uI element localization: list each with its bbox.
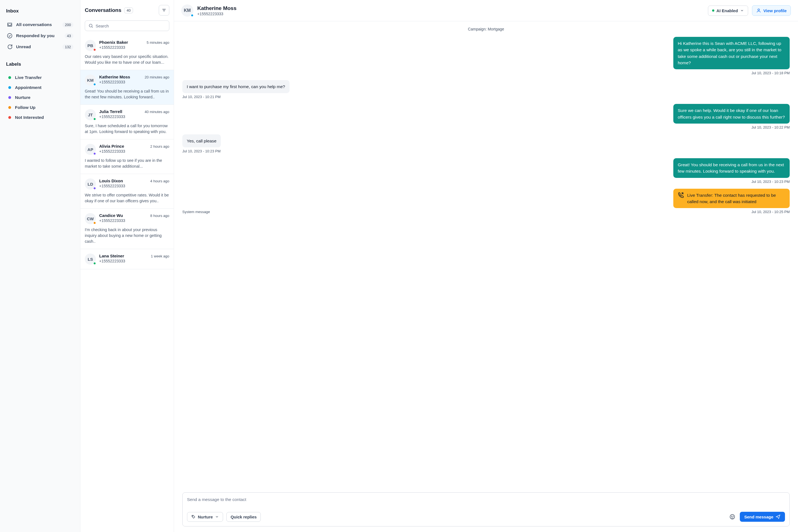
svg-line-5 (92, 26, 93, 28)
label-item[interactable]: Appointment (5, 82, 75, 93)
send-button[interactable]: Send message (740, 512, 785, 522)
nav-count: 43 (64, 33, 73, 39)
avatar-initials: JT (88, 113, 93, 117)
nav-label: Unread (16, 44, 59, 49)
send-icon (776, 514, 781, 519)
conversation-time: 20 minutes ago (145, 75, 169, 79)
chevron-down-icon (215, 515, 219, 519)
inbox-heading: Inbox (5, 8, 75, 14)
nav-all-conversations[interactable]: All conversations 200 (5, 19, 75, 30)
svg-point-7 (192, 516, 193, 516)
avatar-initials: CW (87, 216, 94, 221)
phone-outgoing-icon (678, 192, 684, 198)
status-dot (93, 222, 96, 225)
conversation-phone: +15552223333 (99, 184, 169, 188)
label-text: Follow Up (15, 105, 36, 110)
inbox-icon (7, 22, 13, 28)
svg-point-9 (731, 516, 732, 516)
label-item[interactable]: Follow Up (5, 102, 75, 113)
conversation-preview: I'm checking back in about your previous… (85, 227, 169, 244)
search-icon (89, 23, 93, 28)
avatar: AP (85, 144, 96, 155)
avatar: JT (85, 109, 96, 120)
svg-point-0 (7, 34, 12, 38)
nav-unread[interactable]: Unread 132 (5, 41, 75, 52)
avatar-initials: LS (88, 257, 93, 262)
system-message-text: Live Transfer: The contact has requested… (687, 192, 785, 205)
nav-count: 132 (62, 44, 73, 50)
message-time: Jul 10, 2023 - 10:18 PM (182, 71, 790, 75)
conversation-phone: +15552223333 (99, 259, 169, 263)
nav-responded[interactable]: Responded by you 43 (5, 31, 75, 41)
quick-replies-button[interactable]: Quick replies (226, 512, 261, 522)
search-input[interactable] (96, 23, 166, 28)
chat-icon (7, 44, 13, 50)
avatar: LS (85, 253, 96, 265)
svg-point-4 (89, 24, 92, 27)
composer: Nurture Quick replies Send message (182, 492, 790, 527)
tag-select-button[interactable]: Nurture (187, 512, 223, 522)
chat-header: KM Katherine Moss +15552223333 AI Enable… (174, 0, 798, 21)
conversation-preview: Great! You should be receiving a call fr… (85, 89, 169, 100)
status-dot (93, 48, 96, 51)
conversation-name: Lana Steiner (99, 253, 124, 258)
contact-phone: +15552223333 (197, 12, 236, 16)
conversation-item[interactable]: LDLouis Dixon4 hours ago+15552223333We s… (80, 174, 174, 209)
label-dot-icon (8, 106, 11, 109)
quick-replies-label: Quick replies (230, 515, 256, 519)
status-dot-icon (712, 10, 714, 12)
conversation-preview: Our rates vary based on your specific si… (85, 54, 169, 65)
message-input[interactable] (187, 497, 785, 507)
label-text: Nurture (15, 95, 31, 100)
conversation-item[interactable]: APAlivia Prince2 hours ago+15552223333I … (80, 139, 174, 174)
message-bubble: Sure we can help. Would it be okay if on… (673, 104, 790, 124)
status-dot (93, 83, 96, 86)
message-time: Jul 10, 2023 - 10:23 PM (182, 179, 790, 184)
user-icon (756, 8, 761, 13)
label-text: Appointment (15, 85, 41, 90)
status-dot (93, 152, 96, 155)
label-item[interactable]: Not Interested (5, 113, 75, 122)
conversation-phone: +15552223333 (99, 80, 169, 84)
label-dot-icon (8, 96, 11, 99)
conversations-title: Conversations (85, 7, 121, 13)
messages-area[interactable]: Campaign: Mortgage Hi Katherine this is … (174, 21, 798, 492)
status-dot (93, 262, 96, 265)
avatar-initials: KM (184, 8, 191, 13)
svg-point-6 (758, 9, 759, 11)
label-item[interactable]: Live Transfer (5, 73, 75, 82)
conversation-item[interactable]: CWCandice Wu8 hours ago+15552223333I'm c… (80, 209, 174, 249)
conversation-time: 1 week ago (151, 254, 170, 258)
conversation-item[interactable]: LSLana Steiner1 week ago+15552223333 (80, 249, 174, 269)
campaign-label: Campaign: Mortgage (182, 27, 790, 31)
avatar: PB (85, 40, 96, 51)
reply-icon (7, 33, 13, 39)
filter-button[interactable] (159, 5, 169, 16)
system-message: Live Transfer: The contact has requested… (673, 189, 790, 208)
filter-icon (162, 8, 167, 13)
system-label: System message (182, 210, 752, 214)
emoji-button[interactable] (728, 513, 737, 521)
view-profile-button[interactable]: View profile (752, 5, 791, 16)
nav-label: All conversations (16, 22, 59, 27)
send-label: Send message (744, 515, 773, 519)
ai-enabled-button[interactable]: AI Enabled (708, 5, 748, 16)
conversation-item[interactable]: KMKatherine Moss20 minutes ago+155522233… (80, 70, 174, 105)
message-time: Jul 10, 2023 - 10:21 PM (182, 95, 790, 99)
message-bubble: Great! You should be receiving a call fr… (673, 158, 790, 178)
conversation-item[interactable]: PBPhoenix Baker5 minutes ago+15552223333… (80, 36, 174, 70)
conversation-time: 4 hours ago (150, 179, 169, 183)
conversation-time: 8 hours ago (150, 214, 169, 218)
avatar: KM (85, 75, 96, 86)
avatar: CW (85, 213, 96, 224)
label-item[interactable]: Nurture (5, 93, 75, 102)
label-dot-icon (8, 86, 11, 89)
avatar: KM (181, 4, 193, 17)
sidebar: Inbox All conversations 200 Responded by… (0, 0, 80, 532)
avatar-initials: KM (87, 78, 93, 82)
conversation-name: Julia Terrell (99, 109, 122, 114)
status-dot (93, 117, 96, 120)
conversation-name: Candice Wu (99, 213, 123, 218)
conversation-item[interactable]: JTJulia Terrell40 minutes ago+1555222333… (80, 105, 174, 139)
conversation-phone: +15552223333 (99, 149, 169, 153)
